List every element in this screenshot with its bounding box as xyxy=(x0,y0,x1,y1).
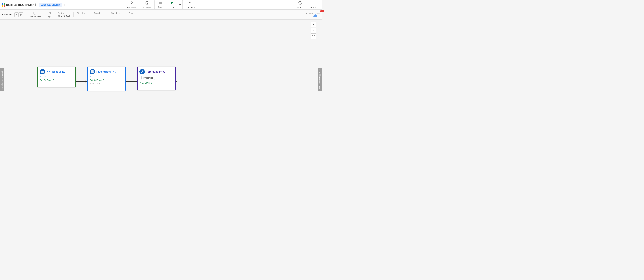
source-menu-icon xyxy=(70,83,74,86)
svg-point-49 xyxy=(122,88,122,88)
svg-rect-39 xyxy=(42,71,43,71)
cloud-icon xyxy=(313,14,318,17)
pipeline-canvas: Show inbound triggers (0) Show outbound … xyxy=(0,20,322,140)
svg-point-42 xyxy=(72,84,72,85)
info-icon[interactable]: ℹ xyxy=(35,3,36,6)
zoom-controls: + − xyxy=(311,22,316,39)
app-title: DataFusionQuickStart xyxy=(6,3,34,6)
svg-point-41 xyxy=(71,84,71,85)
duration-value: – xyxy=(94,15,95,17)
configure-button[interactable]: Configure xyxy=(124,0,140,9)
status-dot xyxy=(58,15,60,17)
status-value: Deployed xyxy=(58,15,70,17)
status-section: Status Deployed xyxy=(55,12,74,17)
sink-node-menu[interactable] xyxy=(138,85,175,90)
source-node-header: NYT Best Selle... xyxy=(38,67,76,75)
toolbar-left: DataFusionQuickStart ℹ cdap-data-pipelin… xyxy=(2,3,67,7)
svg-marker-16 xyxy=(179,4,181,6)
transform-node-menu[interactable] xyxy=(88,85,125,90)
right-trigger[interactable]: Show outbound triggers (0) xyxy=(318,68,322,91)
right-trigger-label: Show outbound triggers (0) xyxy=(319,69,321,90)
svg-point-53 xyxy=(170,87,171,87)
svg-rect-2 xyxy=(2,5,3,7)
duration-label: Duration xyxy=(94,12,102,15)
run-label: Run xyxy=(170,7,174,9)
svg-point-21 xyxy=(314,4,314,4)
toolbar-center: Configure Schedule Stop xyxy=(124,0,198,10)
details-button[interactable]: i Details xyxy=(294,0,306,9)
actions-button[interactable]: Actions xyxy=(307,0,320,9)
stop-button[interactable]: Stop xyxy=(154,0,166,10)
source-node-version: 0.11.3 xyxy=(38,75,76,79)
source-node-title: NYT Best Selle... xyxy=(46,70,66,73)
runtime-args-button[interactable]: Runtime Args xyxy=(26,11,44,19)
start-time-section: Start time – xyxy=(74,12,91,17)
summary-button[interactable]: Summary xyxy=(183,0,198,9)
run-icon xyxy=(170,1,174,6)
logs-label: Logs xyxy=(47,16,52,18)
runtime-args-label: Runtime Args xyxy=(28,16,41,18)
svg-rect-14 xyxy=(159,2,162,4)
svg-point-26 xyxy=(35,14,35,14)
add-tab-button[interactable]: + xyxy=(63,3,67,7)
logs-button[interactable]: Logs xyxy=(44,11,55,19)
run-stop-group: Stop Run xyxy=(154,0,183,10)
zoom-in-button[interactable]: + xyxy=(311,22,316,27)
schedule-button[interactable]: Schedule xyxy=(140,0,154,9)
runtime-args-icon xyxy=(33,11,37,15)
svg-point-43 xyxy=(73,84,73,85)
run-button[interactable]: Run xyxy=(166,0,178,10)
pipeline-tab[interactable]: cdap-data-pipeline xyxy=(39,3,62,7)
properties-btn-container: Properties xyxy=(138,75,175,81)
no-runs-label: No Runs xyxy=(2,13,12,16)
compute-profile-label: Compute profile xyxy=(305,12,320,14)
source-node: NYT Best Selle... 0.11.3 Out 0 / Errors … xyxy=(38,67,76,87)
details-icon: i xyxy=(298,1,302,6)
fit-icon xyxy=(312,35,315,38)
nav-prev-button[interactable]: ◀ xyxy=(14,13,18,17)
start-time-label: Start time xyxy=(77,12,86,15)
stop-label: Stop xyxy=(158,6,162,8)
cloud-icon-row: – xyxy=(313,14,320,17)
stop-icon xyxy=(159,1,162,6)
errors-section: Errors – xyxy=(126,12,143,17)
run-dropdown-button[interactable] xyxy=(178,0,182,10)
app-logo: DataFusionQuickStart ℹ xyxy=(2,3,36,7)
sink-node-stats: In 0 / Errors 0 xyxy=(138,81,175,85)
svg-point-54 xyxy=(172,87,172,87)
transform-node-icon xyxy=(90,69,95,74)
svg-point-19 xyxy=(314,2,314,2)
svg-line-12 xyxy=(147,3,148,4)
warnings-value: – xyxy=(111,15,112,17)
errors-value: – xyxy=(128,15,130,17)
properties-button[interactable]: Properties xyxy=(142,76,155,80)
svg-rect-46 xyxy=(91,72,92,73)
main-toolbar: DataFusionQuickStart ℹ cdap-data-pipelin… xyxy=(0,0,322,10)
svg-rect-40 xyxy=(42,72,43,72)
svg-marker-15 xyxy=(171,1,174,5)
transform-node-version: 3.2.3 xyxy=(88,75,125,79)
source-node-menu[interactable] xyxy=(38,82,76,87)
zoom-fit-button[interactable] xyxy=(311,34,316,39)
compute-profile-section: Compute profile – xyxy=(305,12,320,17)
nav-next-button[interactable]: ▶ xyxy=(19,13,23,17)
svg-point-8 xyxy=(132,3,133,3)
left-trigger[interactable]: Show inbound triggers (0) xyxy=(0,68,4,91)
zoom-out-button[interactable]: − xyxy=(311,28,316,33)
compute-profile-dash: – xyxy=(318,14,320,17)
svg-rect-47 xyxy=(92,72,94,73)
svg-rect-3 xyxy=(4,5,5,7)
status-label: Status xyxy=(58,12,64,15)
svg-point-9 xyxy=(131,4,132,4)
warnings-label: Warnings xyxy=(111,12,120,15)
svg-rect-0 xyxy=(2,4,3,5)
alert-label: Alert xyxy=(90,82,94,85)
info-bar: No Runs ◀ ▶ Runtime Args Logs Status xyxy=(0,10,322,20)
warnings-section: Warnings – xyxy=(108,12,126,17)
toolbar-right: i Details Actions xyxy=(294,0,320,9)
svg-text:i: i xyxy=(300,2,300,5)
sink-node-header: Top Rated Inex... xyxy=(138,67,175,75)
left-trigger-label: Show inbound triggers (0) xyxy=(1,70,3,90)
source-node-icon xyxy=(40,69,45,74)
summary-label: Summary xyxy=(186,6,195,9)
